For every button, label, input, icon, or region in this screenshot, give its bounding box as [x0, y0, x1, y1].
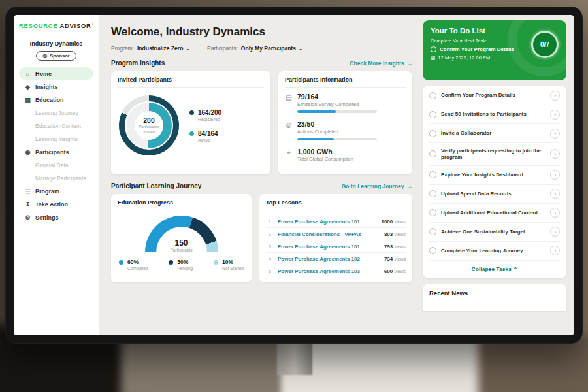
task-checkbox[interactable] [429, 92, 436, 99]
sidebar-item[interactable]: ↧ Take Action [19, 198, 93, 210]
pending-value: 30% [177, 259, 193, 265]
todo-panel: Your To Do List Complete Your Next Task:… [421, 15, 574, 335]
lesson-row[interactable]: 3 Power Purchase Agreements 101 793 view… [266, 240, 406, 253]
sidebar-item-label: Participants [35, 149, 69, 155]
sidebar-item[interactable]: ⚙ Settings [19, 211, 93, 223]
task-open-button[interactable]: › [550, 170, 560, 180]
sidebar-item-label: Insights [35, 84, 58, 90]
task-open-button[interactable]: › [550, 149, 560, 159]
check-more-insights-link[interactable]: Check More Insights → [350, 60, 412, 67]
learning-journey-title: Participant Learning Journey [111, 182, 201, 189]
lesson-rank: 2 [266, 232, 274, 237]
monitor-stand [277, 338, 312, 375]
task-row[interactable]: Invite a Collaborator › [429, 124, 560, 143]
lesson-link[interactable]: Power Purchase Agreements 103 [278, 269, 380, 274]
sidebar-item[interactable]: Education Content [19, 120, 93, 132]
participants-filter: Participants: Only My Participants ⌄ [207, 45, 303, 52]
program-select[interactable]: Industrialize Zero ⌄ [137, 45, 190, 52]
education-total-label: Participants [145, 248, 218, 252]
task-label: Upload Spend Data Records [441, 191, 546, 197]
filters-bar: Program: Industrialize Zero ⌄ Participan… [111, 45, 412, 52]
sidebar-item[interactable]: ⌂ Home [19, 67, 93, 80]
task-row[interactable]: Send 50 Invitations to Participants › [429, 105, 560, 124]
chevron-right-icon: › [554, 191, 556, 197]
sidebar-item[interactable]: ▤ Education [19, 93, 93, 106]
participants-select-value: Only My Participants [241, 45, 296, 52]
sidebar-item[interactable]: ◉ Participants [19, 146, 93, 158]
next-task-checkbox[interactable] [431, 46, 436, 52]
lesson-link[interactable]: Power Purchase Agreements 102 [278, 256, 380, 262]
task-checkbox[interactable] [429, 111, 436, 118]
task-checkbox[interactable] [429, 150, 436, 157]
task-open-button[interactable]: › [550, 189, 560, 199]
task-checkbox[interactable] [429, 209, 436, 216]
go-to-learning-journey-link[interactable]: Go to Learning Journey → [342, 183, 412, 189]
legend-registered: 164/200 Registered [189, 109, 221, 122]
lesson-row[interactable]: 5 Power Purchase Agreements 103 600 view… [266, 265, 406, 277]
consumption-stat: ⌖ 1,000 GWh Total Global Consumption [285, 148, 406, 162]
task-open-button[interactable]: › [550, 227, 560, 237]
actions-completed-label: Actions Completed [297, 129, 377, 135]
lesson-views: 600 views [384, 269, 406, 274]
download-icon: ↧ [24, 201, 31, 208]
task-open-button[interactable]: › [550, 246, 560, 255]
lesson-row[interactable]: 1 Power Purchase Agreements 101 1000 vie… [266, 216, 406, 228]
top-lessons-title: Top Lessons [266, 199, 406, 210]
task-row[interactable]: Explore Your Insights Dashboard › [429, 166, 560, 185]
collapse-tasks-link[interactable]: Collapse Tasks ⌃ [429, 261, 560, 278]
page-title: Welcome, Industry Dynamics [111, 25, 412, 39]
collapse-tasks-label: Collapse Tasks [472, 266, 512, 272]
task-checkbox[interactable] [429, 247, 436, 254]
participants-filter-label: Participants: [207, 45, 238, 52]
arrow-right-icon: → [407, 183, 413, 189]
sidebar-item[interactable]: Manage Participants [19, 172, 93, 184]
task-label: Send 50 Invitations to Participants [441, 111, 546, 118]
task-open-button[interactable]: › [550, 91, 560, 101]
sidebar-item-label: Learning Insights [35, 136, 78, 142]
task-row[interactable]: Confirm Your Program Details › [429, 86, 560, 105]
sidebar-item-label: General Data [35, 162, 69, 169]
task-label: Confirm Your Program Details [441, 92, 546, 99]
lesson-row[interactable]: 4 Power Purchase Agreements 102 734 view… [266, 253, 406, 265]
clipboard-icon: ▤ [285, 94, 293, 113]
lesson-views: 793 views [384, 244, 406, 250]
target-icon: ◎ [285, 122, 293, 140]
sponsor-badge[interactable]: ◎ Sponsor [36, 51, 76, 61]
lesson-link[interactable]: Power Purchase Agreements 101 [278, 244, 380, 250]
main-content: Welcome, Industry Dynamics Program: Indu… [99, 15, 421, 335]
lesson-link[interactable]: Power Purchase Agreements 101 [278, 219, 377, 225]
task-row[interactable]: Verify participants requesting to join t… [429, 143, 560, 166]
task-row[interactable]: Achieve One Sustainability Target › [429, 223, 560, 242]
journey-cards-row: Education Progress 150 Participants [111, 194, 412, 282]
sidebar-item[interactable]: ◈ Insights [19, 80, 93, 93]
task-checkbox[interactable] [429, 190, 436, 197]
task-row[interactable]: Upload Spend Data Records › [429, 185, 560, 204]
sidebar-item[interactable]: Learning Journey [19, 106, 93, 119]
active-label: Active [198, 138, 218, 142]
sidebar-item[interactable]: ☰ Program [19, 185, 93, 197]
legend-active: 84/164 Active [189, 130, 221, 142]
legend-pending: 30% Pending [169, 259, 193, 270]
task-checkbox[interactable] [429, 228, 436, 235]
task-row[interactable]: Upload Additional Educational Content › [429, 204, 560, 223]
sidebar-item-label: Take Action [35, 201, 68, 208]
lesson-link[interactable]: Financial Considerations - VPPAs [278, 231, 380, 237]
task-row[interactable]: Complete Your Learning Journey › [429, 242, 560, 261]
book-icon: ▤ [24, 97, 31, 103]
participants-select[interactable]: Only My Participants ⌄ [241, 45, 303, 52]
chevron-right-icon: › [554, 130, 556, 137]
go-to-learning-journey-label: Go to Learning Journey [342, 183, 404, 189]
lesson-row[interactable]: 2 Financial Considerations - VPPAs 803 v… [266, 228, 406, 240]
sidebar-item[interactable]: General Data [19, 159, 93, 171]
sidebar-item[interactable]: Learning Insights [19, 133, 93, 145]
task-checkbox[interactable] [429, 130, 436, 137]
sidebar-nav: ⌂ Home ◈ Insights ▤ Education [19, 67, 93, 223]
sidebar-item-label: Education Content [35, 123, 81, 129]
task-checkbox[interactable] [429, 171, 436, 178]
desk-surface [121, 338, 304, 392]
lessons-list: 1 Power Purchase Agreements 101 1000 vie… [266, 216, 406, 277]
task-open-button[interactable]: › [550, 129, 560, 139]
task-open-button[interactable]: › [550, 110, 560, 120]
registered-label: Registered [198, 117, 221, 122]
task-open-button[interactable]: › [550, 208, 560, 218]
